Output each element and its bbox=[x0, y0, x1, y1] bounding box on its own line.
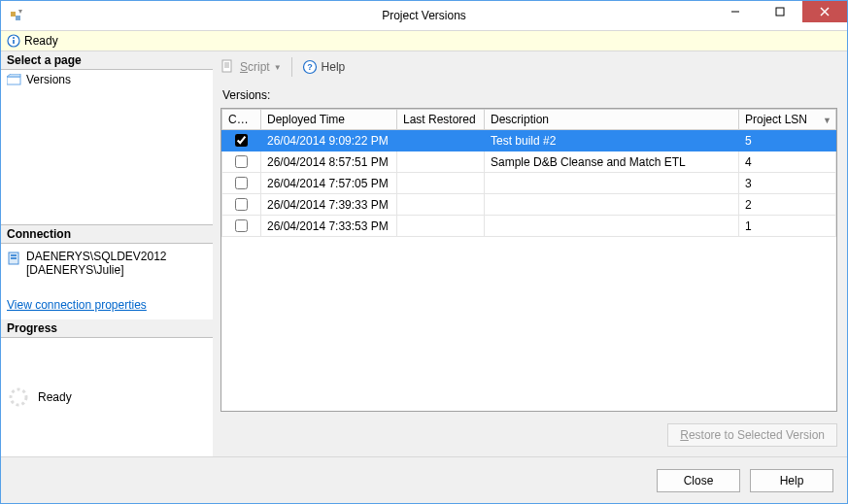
cell-deployed: 26/04/2014 9:09:22 PM bbox=[261, 130, 397, 151]
current-checkbox[interactable] bbox=[235, 134, 248, 147]
server-icon bbox=[7, 251, 22, 266]
script-label: Script bbox=[240, 60, 270, 74]
svg-text:?: ? bbox=[307, 62, 313, 72]
svg-rect-0 bbox=[11, 12, 16, 17]
cell-description bbox=[485, 194, 739, 216]
cell-lsn: 2 bbox=[739, 194, 836, 216]
restore-button[interactable]: Restore to Selected Version bbox=[667, 423, 837, 447]
help-icon: ? bbox=[302, 59, 318, 75]
table-row[interactable]: 26/04/2014 9:09:22 PMTest build #25 bbox=[222, 130, 836, 151]
titlebar[interactable]: Project Versions bbox=[1, 1, 847, 30]
cell-restored bbox=[397, 216, 485, 237]
current-checkbox[interactable] bbox=[235, 219, 248, 232]
progress-label: Progress bbox=[1, 319, 213, 338]
cell-restored bbox=[397, 173, 485, 194]
cell-description bbox=[485, 216, 739, 237]
svg-rect-14 bbox=[222, 60, 231, 72]
cell-description: Test build #2 bbox=[485, 130, 739, 151]
cell-deployed: 26/04/2014 7:57:05 PM bbox=[261, 173, 397, 194]
table-row[interactable]: 26/04/2014 7:57:05 PM3 bbox=[222, 173, 836, 194]
left-pane: Select a page Versions Connection DAENER… bbox=[1, 51, 213, 456]
help-label: Help bbox=[322, 60, 346, 74]
info-icon bbox=[7, 34, 20, 48]
page-item-label: Versions bbox=[26, 73, 71, 86]
page-item-versions[interactable]: Versions bbox=[7, 72, 207, 87]
current-checkbox[interactable] bbox=[235, 198, 248, 211]
script-icon bbox=[220, 59, 236, 75]
progress-text: Ready bbox=[38, 390, 72, 404]
status-bar: Ready bbox=[1, 30, 847, 51]
sort-desc-icon: ▼ bbox=[823, 116, 831, 125]
cell-lsn: 5 bbox=[739, 130, 836, 151]
cell-deployed: 26/04/2014 8:57:51 PM bbox=[261, 151, 397, 173]
maximize-button[interactable] bbox=[758, 1, 802, 22]
table-row[interactable]: 26/04/2014 7:33:53 PM1 bbox=[222, 216, 836, 237]
current-checkbox[interactable] bbox=[235, 155, 248, 168]
page-item-icon bbox=[7, 74, 22, 85]
dialog-footer: Close Help bbox=[1, 456, 847, 503]
svg-line-5 bbox=[821, 8, 829, 16]
select-page-label: Select a page bbox=[1, 51, 213, 70]
current-checkbox[interactable] bbox=[235, 177, 248, 189]
help-dialog-button[interactable]: Help bbox=[750, 469, 833, 492]
app-icon bbox=[9, 8, 24, 23]
svg-point-8 bbox=[13, 37, 15, 39]
cell-restored bbox=[397, 130, 485, 151]
cell-lsn: 4 bbox=[739, 151, 836, 173]
status-text: Ready bbox=[24, 34, 58, 48]
dropdown-icon: ▼ bbox=[274, 63, 282, 72]
svg-rect-1 bbox=[16, 16, 20, 20]
progress-spinner-icon bbox=[7, 386, 30, 409]
col-description[interactable]: Description bbox=[485, 110, 739, 130]
col-current[interactable]: Curr... bbox=[222, 110, 261, 130]
minimize-button[interactable] bbox=[713, 1, 758, 22]
col-lsn[interactable]: Project LSN▼ bbox=[739, 110, 836, 130]
cell-description: Sample D&B Cleanse and Match ETL bbox=[485, 151, 739, 173]
versions-label: Versions: bbox=[220, 88, 837, 102]
cell-deployed: 26/04/2014 7:33:53 PM bbox=[261, 216, 397, 237]
table-row[interactable]: 26/04/2014 7:39:33 PM2 bbox=[222, 194, 836, 216]
cell-description bbox=[485, 173, 739, 194]
close-button[interactable] bbox=[802, 1, 847, 22]
cell-lsn: 1 bbox=[739, 216, 836, 237]
cell-lsn: 3 bbox=[739, 173, 836, 194]
svg-rect-7 bbox=[13, 40, 15, 44]
col-restored[interactable]: Last Restored bbox=[397, 110, 485, 130]
cell-restored bbox=[397, 194, 485, 216]
svg-point-13 bbox=[11, 389, 26, 405]
svg-rect-3 bbox=[776, 8, 784, 16]
cell-deployed: 26/04/2014 7:39:33 PM bbox=[261, 194, 397, 216]
connection-label: Connection bbox=[1, 225, 213, 244]
close-dialog-button[interactable]: Close bbox=[657, 469, 740, 492]
view-connection-properties-link[interactable]: View connection properties bbox=[1, 288, 213, 319]
svg-line-4 bbox=[821, 8, 829, 16]
versions-grid: Curr... Deployed Time Last Restored Desc… bbox=[220, 108, 837, 412]
col-deployed[interactable]: Deployed Time bbox=[261, 110, 397, 130]
page-list: Versions bbox=[1, 70, 213, 225]
toolbar-separator bbox=[291, 57, 292, 77]
connection-user: [DAENERYS\Julie] bbox=[26, 263, 167, 277]
toolbar: Script ▼ ? Help bbox=[220, 55, 837, 83]
svg-rect-9 bbox=[7, 77, 20, 84]
right-pane: Script ▼ ? Help Versions: bbox=[213, 51, 847, 456]
progress-box: Ready bbox=[1, 338, 213, 456]
grid-header-row: Curr... Deployed Time Last Restored Desc… bbox=[222, 110, 836, 130]
script-button[interactable]: Script ▼ bbox=[220, 59, 282, 75]
table-row[interactable]: 26/04/2014 8:57:51 PMSample D&B Cleanse … bbox=[222, 151, 836, 173]
svg-rect-12 bbox=[11, 257, 17, 259]
connection-box: DAENERYS\SQLDEV2012 [DAENERYS\Julie] bbox=[1, 244, 213, 288]
help-button[interactable]: ? Help bbox=[302, 59, 346, 75]
connection-server: DAENERYS\SQLDEV2012 bbox=[26, 250, 167, 263]
svg-rect-11 bbox=[11, 254, 17, 256]
dialog-project-versions: Project Versions Ready Select a page Ver… bbox=[0, 0, 848, 504]
cell-restored bbox=[397, 151, 485, 173]
